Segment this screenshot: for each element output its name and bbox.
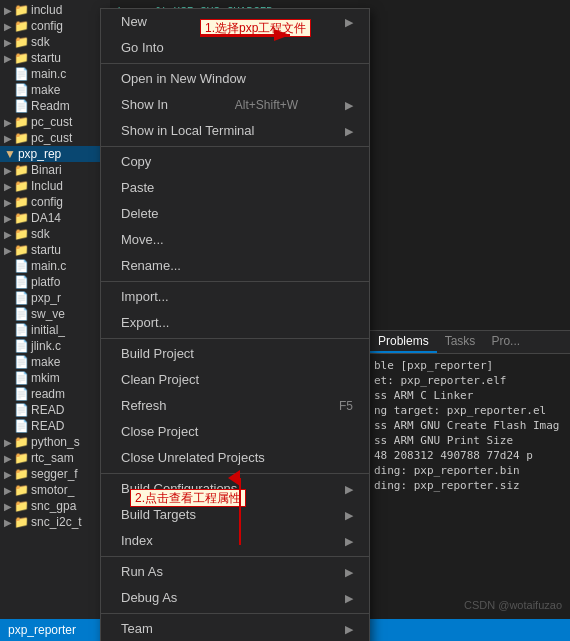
panel-tab-2[interactable]: Pro... <box>483 331 528 353</box>
sidebar-item-13[interactable]: ▶📁DA14 <box>0 210 110 226</box>
menu-item-close-unrelated[interactable]: Close Unrelated Projects <box>101 445 369 471</box>
menu-separator-12 <box>101 281 369 282</box>
sidebar-item-14[interactable]: ▶📁sdk <box>0 226 110 242</box>
expand-icon: ▶ <box>4 469 12 480</box>
folder-icon: 📁 <box>14 35 29 49</box>
sidebar-item-9[interactable]: ▼pxp_rep <box>0 146 110 162</box>
sidebar-item-4[interactable]: ▶📄main.c <box>0 66 110 82</box>
panel-line-1: et: pxp_reporter.elf <box>374 373 566 388</box>
folder-icon: 📁 <box>14 483 29 497</box>
item-label: initial_ <box>31 323 65 337</box>
sidebar-item-0[interactable]: ▶📁includ <box>0 2 110 18</box>
menu-item-refresh[interactable]: RefreshF5 <box>101 393 369 419</box>
menu-item-build-targets[interactable]: Build Targets▶ <box>101 502 369 528</box>
sidebar-item-22[interactable]: ▶📄make <box>0 354 110 370</box>
menu-item-close-project[interactable]: Close Project <box>101 419 369 445</box>
menu-item-export[interactable]: Export... <box>101 310 369 336</box>
expand-icon: ▶ <box>4 229 12 240</box>
item-label: config <box>31 195 63 209</box>
sidebar-item-27[interactable]: ▶📁python_s <box>0 434 110 450</box>
sidebar-item-21[interactable]: ▶📄jlink.c <box>0 338 110 354</box>
menu-item-paste[interactable]: Paste <box>101 175 369 201</box>
sidebar-item-32[interactable]: ▶📁snc_i2c_t <box>0 514 110 530</box>
menu-separator-21 <box>101 473 369 474</box>
item-label: DA14 <box>31 211 61 225</box>
expand-icon: ▶ <box>4 501 12 512</box>
panel-tabs: ProblemsTasksPro... <box>370 331 570 354</box>
file-icon: 📄 <box>14 403 29 417</box>
sidebar-item-17[interactable]: ▶📄platfo <box>0 274 110 290</box>
item-label: pc_cust <box>31 115 72 129</box>
sidebar-item-7[interactable]: ▶📁pc_cust <box>0 114 110 130</box>
menu-item-team[interactable]: Team▶ <box>101 616 369 641</box>
menu-item-copy[interactable]: Copy <box>101 149 369 175</box>
menu-item-open-new-window[interactable]: Open in New Window <box>101 66 369 92</box>
folder-icon: 📁 <box>14 163 29 177</box>
expand-icon: ▶ <box>4 453 12 464</box>
sidebar-item-18[interactable]: ▶📄pxp_r <box>0 290 110 306</box>
sidebar-item-1[interactable]: ▶📁config <box>0 18 110 34</box>
panel-tab-1[interactable]: Tasks <box>437 331 484 353</box>
sidebar-item-26[interactable]: ▶📄READ <box>0 418 110 434</box>
menu-label-open-new-window: Open in New Window <box>121 69 246 89</box>
menu-arrow-debug-as: ▶ <box>345 588 353 608</box>
menu-item-move[interactable]: Move... <box>101 227 369 253</box>
expand-icon: ▶ <box>4 437 12 448</box>
item-label: sdk <box>31 35 50 49</box>
menu-arrow-run-as: ▶ <box>345 562 353 582</box>
sidebar-item-23[interactable]: ▶📄mkim <box>0 370 110 386</box>
item-label: includ <box>31 3 62 17</box>
sidebar-item-28[interactable]: ▶📁rtc_sam <box>0 450 110 466</box>
menu-item-index[interactable]: Index▶ <box>101 528 369 554</box>
expand-icon: ▶ <box>4 133 12 144</box>
sidebar-item-31[interactable]: ▶📁snc_gpa <box>0 498 110 514</box>
sidebar-item-29[interactable]: ▶📁segger_f <box>0 466 110 482</box>
sidebar-item-12[interactable]: ▶📁config <box>0 194 110 210</box>
menu-item-import[interactable]: Import... <box>101 284 369 310</box>
menu-item-delete[interactable]: Delete <box>101 201 369 227</box>
menu-item-rename[interactable]: Rename... <box>101 253 369 279</box>
file-icon: 📄 <box>14 307 29 321</box>
item-label: pc_cust <box>31 131 72 145</box>
menu-label-import: Import... <box>121 287 169 307</box>
sidebar-item-11[interactable]: ▶📁Includ <box>0 178 110 194</box>
context-menu: New▶Go IntoOpen in New WindowShow InAlt+… <box>100 8 370 641</box>
sidebar-item-3[interactable]: ▶📁startu <box>0 50 110 66</box>
menu-item-build-project[interactable]: Build Project <box>101 341 369 367</box>
menu-item-debug-as[interactable]: Debug As▶ <box>101 585 369 611</box>
item-label: pxp_rep <box>18 147 61 161</box>
folder-icon: 📁 <box>14 115 29 129</box>
menu-item-show-in[interactable]: Show InAlt+Shift+W▶ <box>101 92 369 118</box>
sidebar-item-30[interactable]: ▶📁smotor_ <box>0 482 110 498</box>
expand-icon: ▶ <box>4 181 12 192</box>
sidebar-item-24[interactable]: ▶📄readm <box>0 386 110 402</box>
sidebar-item-15[interactable]: ▶📁startu <box>0 242 110 258</box>
expand-spacer: ▶ <box>4 373 12 384</box>
menu-item-run-as[interactable]: Run As▶ <box>101 559 369 585</box>
sidebar-item-10[interactable]: ▶📁Binari <box>0 162 110 178</box>
menu-item-clean-project[interactable]: Clean Project <box>101 367 369 393</box>
menu-item-show-local-terminal[interactable]: Show in Local Terminal▶ <box>101 118 369 144</box>
folder-icon: 📁 <box>14 19 29 33</box>
watermark: CSDN @wotaifuzao <box>464 599 562 611</box>
menu-item-build-configurations[interactable]: Build Configurations▶ <box>101 476 369 502</box>
menu-item-new[interactable]: New▶ <box>101 9 369 35</box>
item-label: sw_ve <box>31 307 65 321</box>
sidebar-item-8[interactable]: ▶📁pc_cust <box>0 130 110 146</box>
sidebar-item-19[interactable]: ▶📄sw_ve <box>0 306 110 322</box>
menu-item-go-into[interactable]: Go Into <box>101 35 369 61</box>
expand-spacer: ▶ <box>4 389 12 400</box>
menu-label-run-as: Run As <box>121 562 163 582</box>
sidebar-item-16[interactable]: ▶📄main.c <box>0 258 110 274</box>
sidebar-item-6[interactable]: ▶📄Readm <box>0 98 110 114</box>
menu-arrow-new: ▶ <box>345 12 353 32</box>
expand-icon: ▶ <box>4 245 12 256</box>
expand-icon: ▶ <box>4 197 12 208</box>
sidebar-item-20[interactable]: ▶📄initial_ <box>0 322 110 338</box>
sidebar-item-2[interactable]: ▶📁sdk <box>0 34 110 50</box>
sidebar-item-5[interactable]: ▶📄make <box>0 82 110 98</box>
item-label: platfo <box>31 275 60 289</box>
sidebar-item-25[interactable]: ▶📄READ <box>0 402 110 418</box>
file-icon: 📄 <box>14 419 29 433</box>
panel-tab-0[interactable]: Problems <box>370 331 437 353</box>
